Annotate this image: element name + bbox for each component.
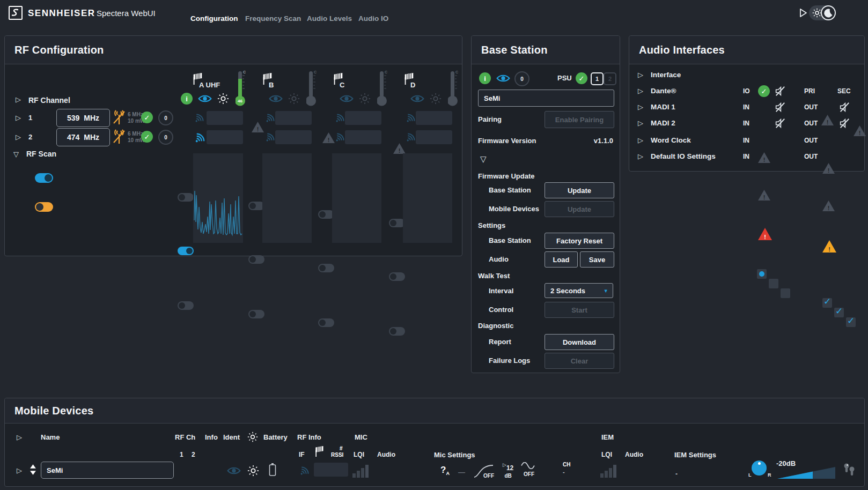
base-station-eye-icon[interactable] — [496, 73, 510, 85]
tab-audio-io[interactable]: Audio IO — [358, 14, 388, 23]
default-io-in-option-2-radio[interactable] — [769, 279, 778, 288]
channel-1-toggle[interactable] — [35, 173, 53, 183]
default-io-out-option-1-checkbox[interactable]: ✓ — [822, 298, 832, 308]
antenna-a-channel-2-field — [207, 130, 243, 144]
antenna-b-scan-toggle[interactable] — [248, 310, 264, 318]
channel-2-status-check-icon: ✓ — [141, 131, 153, 143]
fw-base-update-button[interactable]: Update — [545, 182, 614, 198]
antenna-d-scan-toggle[interactable] — [389, 327, 405, 336]
settings-audio-label: Audio — [489, 255, 509, 263]
iem-balance-knob[interactable] — [752, 461, 767, 476]
antenna-a-identify-sun-icon[interactable] — [217, 93, 229, 107]
rf-scan-section-label: RF Scan — [26, 150, 56, 158]
default-io-out-option-3-checkbox[interactable]: ✓ — [846, 317, 856, 327]
channel-2-toggle[interactable] — [35, 202, 53, 212]
rf-configuration-panel: RF Configuration A UHF B C D i C 46 — [4, 35, 462, 256]
antenna-a-eye-icon[interactable] — [198, 94, 212, 106]
walk-test-section-label: Walk Test — [478, 272, 510, 280]
walk-test-start-button[interactable]: Start — [545, 302, 614, 318]
word-clock-expander-icon[interactable]: ▷ — [638, 137, 643, 144]
madi1-expander-icon[interactable]: ▷ — [638, 103, 643, 110]
channel-2-antenna-off-icon — [112, 129, 127, 147]
low-cut-filter-icon[interactable]: OFF — [473, 463, 494, 481]
base-station-collapse-icon[interactable]: ▽ — [480, 155, 487, 163]
word-clock-label: Word Clock — [651, 136, 691, 144]
devices-expander-icon[interactable]: ▷ — [17, 434, 22, 441]
iem-volume-slider[interactable] — [777, 467, 835, 481]
antenna-b-channel-2-toggle[interactable] — [248, 255, 264, 264]
dark-mode-moon-icon[interactable] — [821, 5, 836, 20]
antenna-b-thermometer: C — [306, 69, 318, 110]
antenna-b-eye-icon[interactable] — [269, 94, 283, 106]
theme-toggle[interactable] — [809, 5, 835, 20]
antenna-a-scan-toggle[interactable] — [178, 301, 194, 310]
antenna-b-channel-1-field — [275, 111, 312, 125]
channel-2-expander-icon[interactable]: ▷ — [16, 133, 21, 140]
mobile-devices-title: Mobile Devices — [14, 405, 93, 417]
tab-frequency-scan[interactable]: Frequency Scan — [245, 14, 301, 23]
interval-select[interactable]: 2 Seconds ▾ — [545, 283, 613, 298]
antenna-a-channel-2-toggle[interactable] — [178, 247, 194, 255]
device-ident-eye-icon[interactable] — [227, 466, 241, 478]
base-station-info-icon[interactable]: i — [479, 72, 491, 84]
gain-setting[interactable]: ▷12 dB — [503, 463, 513, 479]
default-io-in-option-1-radio[interactable] — [757, 269, 767, 279]
channel-2-frequency-field[interactable]: 474 MHz — [56, 128, 110, 146]
antenna-a-channel-1-toggle[interactable] — [178, 193, 194, 202]
pairing-label: Pairing — [478, 115, 502, 123]
channel-1-antenna-off-icon — [112, 109, 127, 128]
play-icon[interactable] — [798, 8, 808, 20]
factory-reset-button[interactable]: Factory Reset — [545, 233, 614, 249]
antenna-c-eye-icon[interactable] — [340, 94, 354, 106]
report-download-button[interactable]: Download — [545, 334, 614, 350]
fw-mobile-update-button[interactable]: Update — [545, 201, 614, 217]
antenna-d-eye-icon[interactable] — [410, 94, 424, 106]
default-io-in-option-3-radio[interactable] — [781, 288, 790, 298]
audio-save-button[interactable]: Save — [580, 251, 614, 268]
rf-scan-expander-icon[interactable]: ▽ — [13, 151, 19, 158]
device-identify-sun-icon[interactable] — [247, 465, 259, 479]
col-rf-info-header: RF Info — [297, 433, 321, 441]
enable-pairing-button[interactable]: Enable Pairing — [545, 111, 614, 128]
interface-expander-icon[interactable]: ▷ — [638, 71, 643, 78]
col-name-header: Name — [41, 433, 60, 441]
device-row-sort-icon[interactable] — [30, 464, 36, 478]
channel-2-frequency-value: 474 — [67, 133, 79, 142]
base-station-name-input[interactable] — [478, 90, 614, 107]
antenna-c-scan-toggle[interactable] — [318, 318, 334, 327]
device-row-expander-icon[interactable]: ▷ — [17, 467, 22, 474]
iem-lqi-header: LQI — [601, 451, 612, 458]
default-io-expander-icon[interactable]: ▷ — [638, 153, 643, 160]
antenna-d-thermometer: C — [448, 69, 460, 110]
default-io-out-option-2-checkbox[interactable]: ✓ — [834, 308, 844, 317]
word-clock-in-label: IN — [743, 137, 749, 144]
rf-channel-expander-icon[interactable]: ▷ — [16, 96, 21, 103]
default-io-out-label: OUT — [804, 153, 818, 160]
antenna-c-identify-sun-icon — [359, 93, 371, 107]
knob-indicator-dot — [758, 462, 761, 465]
audio-load-button[interactable]: Load — [545, 251, 578, 268]
mic-settings-header: Mic Settings — [434, 451, 475, 459]
dante-expander-icon[interactable]: ▷ — [638, 87, 643, 94]
tab-configuration[interactable]: Configuration — [190, 14, 238, 23]
antenna-d-channel-2-toggle[interactable] — [389, 272, 405, 281]
compressor-setting[interactable]: OFF — [521, 462, 537, 477]
mobile-devices-panel: Mobile Devices ▷ Name RF Ch Info Ident B… — [4, 398, 865, 487]
failure-logs-clear-button[interactable]: Clear — [545, 353, 614, 369]
device-if-field — [314, 463, 348, 477]
firmware-update-section-label: Firmware Update — [478, 172, 534, 180]
antenna-c-channel-2-toggle[interactable] — [318, 264, 334, 272]
dante-io-label: IO — [743, 87, 750, 95]
channel-1-expander-icon[interactable]: ▷ — [16, 114, 21, 121]
antenna-a-info-icon[interactable]: i — [181, 93, 193, 105]
rf-channel-section-label: RF Channel — [28, 96, 70, 105]
channel-1-frequency-field[interactable]: 539 MHz — [56, 109, 110, 127]
firmware-version-value: v1.1.0 — [576, 137, 613, 145]
device-rf-signal-icon — [295, 463, 313, 481]
antenna-c-channel-2-field — [345, 130, 381, 144]
device-name-input[interactable] — [41, 462, 174, 479]
antenna-b-warning-icon — [252, 122, 264, 132]
antenna-a-spectrum-display — [193, 153, 243, 243]
madi2-expander-icon[interactable]: ▷ — [638, 120, 643, 127]
tab-audio-levels[interactable]: Audio Levels — [307, 14, 352, 23]
